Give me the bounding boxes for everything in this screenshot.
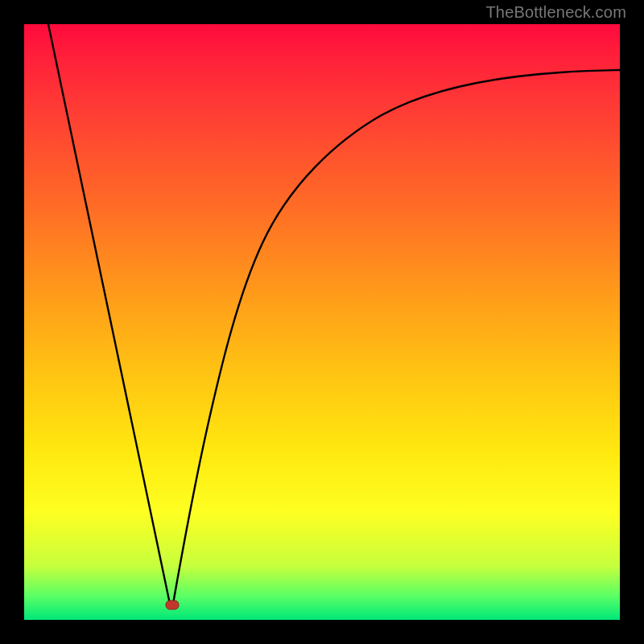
curve-left-branch: [48, 24, 170, 604]
minimum-marker-icon: [166, 601, 179, 609]
chart-curve-layer: [24, 24, 620, 620]
chart-frame: TheBottleneck.com: [0, 0, 644, 644]
chart-plot-area: [24, 24, 620, 620]
curve-right-branch: [173, 70, 620, 604]
watermark-text: TheBottleneck.com: [485, 3, 626, 22]
